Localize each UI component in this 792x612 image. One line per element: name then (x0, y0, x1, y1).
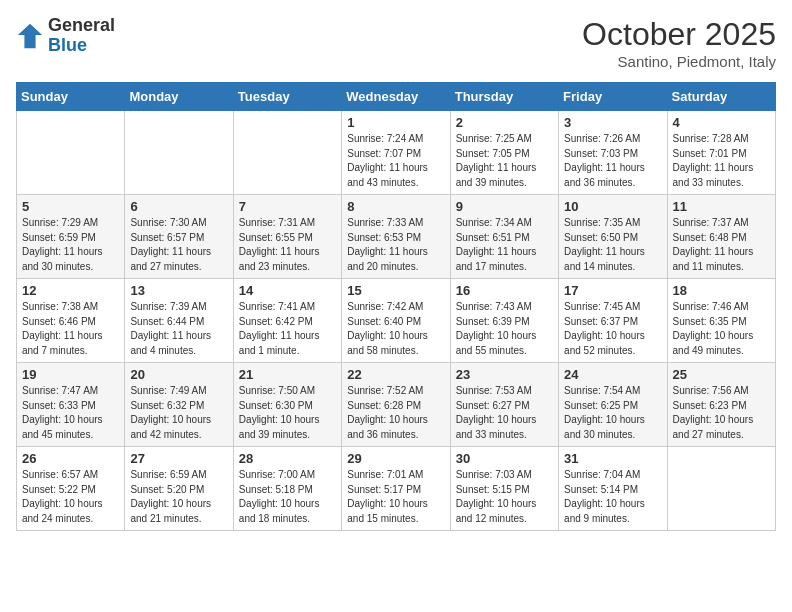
day-info: Sunrise: 7:41 AM Sunset: 6:42 PM Dayligh… (239, 300, 336, 358)
logo: General Blue (16, 16, 115, 56)
calendar-cell: 7Sunrise: 7:31 AM Sunset: 6:55 PM Daylig… (233, 195, 341, 279)
svg-marker-0 (18, 24, 42, 48)
calendar-cell: 14Sunrise: 7:41 AM Sunset: 6:42 PM Dayli… (233, 279, 341, 363)
day-info: Sunrise: 6:59 AM Sunset: 5:20 PM Dayligh… (130, 468, 227, 526)
day-number: 22 (347, 367, 444, 382)
day-number: 12 (22, 283, 119, 298)
logo-line2: Blue (48, 36, 115, 56)
day-info: Sunrise: 7:42 AM Sunset: 6:40 PM Dayligh… (347, 300, 444, 358)
day-number: 20 (130, 367, 227, 382)
day-info: Sunrise: 7:24 AM Sunset: 7:07 PM Dayligh… (347, 132, 444, 190)
calendar-cell: 6Sunrise: 7:30 AM Sunset: 6:57 PM Daylig… (125, 195, 233, 279)
calendar-cell: 1Sunrise: 7:24 AM Sunset: 7:07 PM Daylig… (342, 111, 450, 195)
day-info: Sunrise: 7:31 AM Sunset: 6:55 PM Dayligh… (239, 216, 336, 274)
calendar-cell: 15Sunrise: 7:42 AM Sunset: 6:40 PM Dayli… (342, 279, 450, 363)
day-info: Sunrise: 7:50 AM Sunset: 6:30 PM Dayligh… (239, 384, 336, 442)
day-info: Sunrise: 7:38 AM Sunset: 6:46 PM Dayligh… (22, 300, 119, 358)
calendar-cell: 22Sunrise: 7:52 AM Sunset: 6:28 PM Dayli… (342, 363, 450, 447)
day-info: Sunrise: 7:54 AM Sunset: 6:25 PM Dayligh… (564, 384, 661, 442)
calendar-cell: 2Sunrise: 7:25 AM Sunset: 7:05 PM Daylig… (450, 111, 558, 195)
calendar-cell: 24Sunrise: 7:54 AM Sunset: 6:25 PM Dayli… (559, 363, 667, 447)
day-number: 17 (564, 283, 661, 298)
day-number: 30 (456, 451, 553, 466)
day-info: Sunrise: 7:45 AM Sunset: 6:37 PM Dayligh… (564, 300, 661, 358)
day-number: 16 (456, 283, 553, 298)
calendar-cell: 8Sunrise: 7:33 AM Sunset: 6:53 PM Daylig… (342, 195, 450, 279)
day-info: Sunrise: 7:53 AM Sunset: 6:27 PM Dayligh… (456, 384, 553, 442)
calendar-cell: 26Sunrise: 6:57 AM Sunset: 5:22 PM Dayli… (17, 447, 125, 531)
calendar-cell: 10Sunrise: 7:35 AM Sunset: 6:50 PM Dayli… (559, 195, 667, 279)
calendar-cell: 30Sunrise: 7:03 AM Sunset: 5:15 PM Dayli… (450, 447, 558, 531)
day-number: 4 (673, 115, 770, 130)
day-info: Sunrise: 7:49 AM Sunset: 6:32 PM Dayligh… (130, 384, 227, 442)
location-subtitle: Santino, Piedmont, Italy (582, 53, 776, 70)
calendar-week-row: 26Sunrise: 6:57 AM Sunset: 5:22 PM Dayli… (17, 447, 776, 531)
weekday-header: Wednesday (342, 83, 450, 111)
weekday-header: Tuesday (233, 83, 341, 111)
day-info: Sunrise: 7:37 AM Sunset: 6:48 PM Dayligh… (673, 216, 770, 274)
logo-icon (16, 22, 44, 50)
day-number: 13 (130, 283, 227, 298)
calendar-cell: 9Sunrise: 7:34 AM Sunset: 6:51 PM Daylig… (450, 195, 558, 279)
calendar-cell: 27Sunrise: 6:59 AM Sunset: 5:20 PM Dayli… (125, 447, 233, 531)
weekday-header: Friday (559, 83, 667, 111)
calendar-cell (125, 111, 233, 195)
calendar-cell: 21Sunrise: 7:50 AM Sunset: 6:30 PM Dayli… (233, 363, 341, 447)
calendar-cell: 23Sunrise: 7:53 AM Sunset: 6:27 PM Dayli… (450, 363, 558, 447)
calendar-cell: 16Sunrise: 7:43 AM Sunset: 6:39 PM Dayli… (450, 279, 558, 363)
day-number: 18 (673, 283, 770, 298)
day-number: 24 (564, 367, 661, 382)
calendar-week-row: 5Sunrise: 7:29 AM Sunset: 6:59 PM Daylig… (17, 195, 776, 279)
day-info: Sunrise: 6:57 AM Sunset: 5:22 PM Dayligh… (22, 468, 119, 526)
day-info: Sunrise: 7:46 AM Sunset: 6:35 PM Dayligh… (673, 300, 770, 358)
day-info: Sunrise: 7:25 AM Sunset: 7:05 PM Dayligh… (456, 132, 553, 190)
day-info: Sunrise: 7:34 AM Sunset: 6:51 PM Dayligh… (456, 216, 553, 274)
month-title: October 2025 (582, 16, 776, 53)
logo-line1: General (48, 16, 115, 36)
calendar-table: SundayMondayTuesdayWednesdayThursdayFrid… (16, 82, 776, 531)
calendar-cell: 3Sunrise: 7:26 AM Sunset: 7:03 PM Daylig… (559, 111, 667, 195)
weekday-header: Monday (125, 83, 233, 111)
calendar-cell (233, 111, 341, 195)
day-number: 10 (564, 199, 661, 214)
day-info: Sunrise: 7:04 AM Sunset: 5:14 PM Dayligh… (564, 468, 661, 526)
calendar-cell: 19Sunrise: 7:47 AM Sunset: 6:33 PM Dayli… (17, 363, 125, 447)
calendar-cell: 31Sunrise: 7:04 AM Sunset: 5:14 PM Dayli… (559, 447, 667, 531)
day-number: 3 (564, 115, 661, 130)
day-number: 23 (456, 367, 553, 382)
day-number: 14 (239, 283, 336, 298)
calendar-week-row: 12Sunrise: 7:38 AM Sunset: 6:46 PM Dayli… (17, 279, 776, 363)
day-number: 1 (347, 115, 444, 130)
day-number: 31 (564, 451, 661, 466)
day-info: Sunrise: 7:29 AM Sunset: 6:59 PM Dayligh… (22, 216, 119, 274)
weekday-header: Sunday (17, 83, 125, 111)
day-info: Sunrise: 7:39 AM Sunset: 6:44 PM Dayligh… (130, 300, 227, 358)
calendar-cell: 17Sunrise: 7:45 AM Sunset: 6:37 PM Dayli… (559, 279, 667, 363)
calendar-cell: 4Sunrise: 7:28 AM Sunset: 7:01 PM Daylig… (667, 111, 775, 195)
day-number: 19 (22, 367, 119, 382)
day-info: Sunrise: 7:33 AM Sunset: 6:53 PM Dayligh… (347, 216, 444, 274)
day-info: Sunrise: 7:35 AM Sunset: 6:50 PM Dayligh… (564, 216, 661, 274)
weekday-header: Thursday (450, 83, 558, 111)
weekday-header-row: SundayMondayTuesdayWednesdayThursdayFrid… (17, 83, 776, 111)
calendar-cell (17, 111, 125, 195)
day-info: Sunrise: 7:47 AM Sunset: 6:33 PM Dayligh… (22, 384, 119, 442)
day-number: 9 (456, 199, 553, 214)
day-info: Sunrise: 7:03 AM Sunset: 5:15 PM Dayligh… (456, 468, 553, 526)
day-info: Sunrise: 7:30 AM Sunset: 6:57 PM Dayligh… (130, 216, 227, 274)
day-number: 28 (239, 451, 336, 466)
day-info: Sunrise: 7:01 AM Sunset: 5:17 PM Dayligh… (347, 468, 444, 526)
calendar-cell: 29Sunrise: 7:01 AM Sunset: 5:17 PM Dayli… (342, 447, 450, 531)
calendar-cell: 28Sunrise: 7:00 AM Sunset: 5:18 PM Dayli… (233, 447, 341, 531)
calendar-cell: 5Sunrise: 7:29 AM Sunset: 6:59 PM Daylig… (17, 195, 125, 279)
day-number: 2 (456, 115, 553, 130)
title-block: October 2025 Santino, Piedmont, Italy (582, 16, 776, 70)
day-info: Sunrise: 7:00 AM Sunset: 5:18 PM Dayligh… (239, 468, 336, 526)
calendar-cell: 20Sunrise: 7:49 AM Sunset: 6:32 PM Dayli… (125, 363, 233, 447)
day-number: 29 (347, 451, 444, 466)
weekday-header: Saturday (667, 83, 775, 111)
day-info: Sunrise: 7:56 AM Sunset: 6:23 PM Dayligh… (673, 384, 770, 442)
day-number: 5 (22, 199, 119, 214)
calendar-cell: 13Sunrise: 7:39 AM Sunset: 6:44 PM Dayli… (125, 279, 233, 363)
day-number: 11 (673, 199, 770, 214)
